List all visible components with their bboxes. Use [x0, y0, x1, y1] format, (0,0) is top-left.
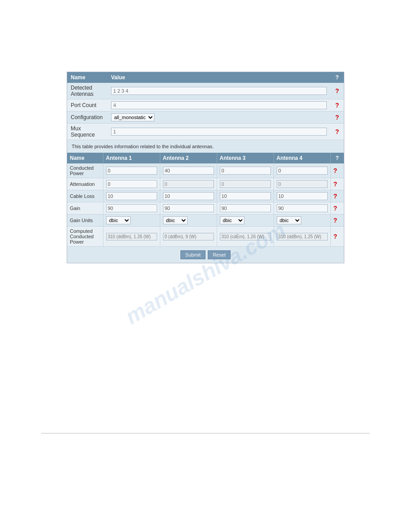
gain-units-wrap-4: dbicdbidbd: [277, 216, 328, 224]
cable-loss-input-2[interactable]: [163, 192, 214, 200]
cable-loss-help[interactable]: ?: [330, 190, 344, 202]
conducted-power-ant2: [160, 163, 217, 178]
gain-input-4[interactable]: [277, 204, 328, 212]
configuration-select[interactable]: all_monostatic all_bistatic: [111, 113, 154, 121]
help-icon[interactable]: ?: [334, 180, 338, 188]
conducted-power-ant4: [274, 163, 330, 178]
cable-loss-input-3[interactable]: [220, 192, 271, 200]
gain-input-1[interactable]: [106, 204, 157, 212]
computed-power-label: Computed Conducted Power: [67, 227, 103, 247]
gain-label: Gain: [67, 202, 103, 215]
gain-units-label: Gain Units: [67, 215, 103, 227]
gain-units-ant3: dbicdbidbd: [217, 215, 274, 227]
help-icon[interactable]: ?: [335, 102, 339, 109]
computed-power-ant2: 0 (ddBm), 9 (W): [160, 227, 217, 247]
table-row: Cable Loss ?: [67, 190, 344, 202]
cable-loss-label: Cable Loss: [67, 190, 103, 202]
info-text: This table provides information related …: [67, 140, 344, 153]
conducted-power-ant1: [103, 163, 160, 178]
computed-power-value-4: 310 (ddBm), 1.25 (W): [277, 233, 328, 240]
top-header-help: ?: [330, 72, 344, 83]
attenuation-ant3: [217, 178, 274, 190]
table-row: Gain Units dbicdbidbd dbicdbidbd: [67, 215, 344, 227]
ant-header-4: Antenna 4: [274, 153, 330, 163]
gain-ant2: [160, 202, 217, 215]
cable-loss-ant1: [103, 190, 160, 202]
detected-antennas-help[interactable]: ?: [330, 83, 344, 99]
gain-units-select-2[interactable]: dbicdbidbd: [163, 216, 188, 224]
help-icon[interactable]: ?: [334, 167, 338, 174]
top-header-value: Value: [107, 72, 330, 83]
top-header-name: Name: [67, 72, 107, 83]
gain-ant4: [274, 202, 330, 215]
computed-power-value-2: 0 (ddBm), 9 (W): [163, 233, 214, 240]
ant-header-3: Antenna 3: [217, 153, 274, 163]
table-row: Port Count ?: [67, 99, 344, 112]
reset-button[interactable]: Reset: [208, 250, 231, 259]
configuration-label: Configuration: [67, 112, 107, 124]
gain-units-ant4: dbicdbidbd: [274, 215, 330, 227]
submit-button[interactable]: Submit: [180, 250, 206, 259]
mux-sequence-value: [107, 124, 330, 140]
attenuation-help[interactable]: ?: [330, 178, 344, 190]
attenuation-input-2[interactable]: [163, 180, 214, 188]
help-icon[interactable]: ?: [335, 114, 339, 121]
configuration-value: all_monostatic all_bistatic: [107, 112, 330, 124]
computed-power-ant1: 310 (ddBm), 1.26 (W): [103, 227, 160, 247]
gain-units-select-1[interactable]: dbicdbidbd: [106, 216, 131, 224]
table-row: Detected Antennas ?: [67, 83, 344, 99]
gain-input-2[interactable]: [163, 204, 214, 212]
detected-antennas-input[interactable]: [111, 87, 327, 95]
cable-loss-ant3: [217, 190, 274, 202]
computed-power-ant3: 310 (cdEm), 1.26 (W): [217, 227, 274, 247]
gain-units-wrap-3: dbicdbidbd: [220, 216, 271, 224]
conducted-power-help[interactable]: ?: [330, 163, 344, 178]
table-row: Conducted Power ?: [67, 163, 344, 178]
help-icon[interactable]: ?: [334, 205, 338, 212]
attenuation-ant4: [274, 178, 330, 190]
attenuation-input-3[interactable]: [220, 180, 271, 188]
computed-power-help[interactable]: ?: [330, 227, 344, 247]
antenna-table: Name Antenna 1 Antenna 2 Antenna 3 Anten…: [67, 153, 344, 247]
mux-sequence-input[interactable]: [111, 128, 327, 136]
conducted-power-input-1[interactable]: [106, 167, 157, 175]
ant-header-2: Antenna 2: [160, 153, 217, 163]
gain-ant3: [217, 202, 274, 215]
conducted-power-ant3: [217, 163, 274, 178]
cable-loss-input-1[interactable]: [106, 192, 157, 200]
gain-units-help[interactable]: ?: [330, 215, 344, 227]
help-icon[interactable]: ?: [335, 128, 339, 135]
table-row: Mux Sequence ?: [67, 124, 344, 140]
gain-ant1: [103, 202, 160, 215]
conducted-power-input-4[interactable]: [277, 167, 328, 175]
mux-sequence-help[interactable]: ?: [330, 124, 344, 140]
help-icon[interactable]: ?: [334, 233, 338, 240]
gain-units-select-4[interactable]: dbicdbidbd: [277, 216, 301, 224]
gain-units-wrap-2: dbicdbidbd: [163, 216, 214, 224]
top-table: Name Value ? Detected Antennas ?: [67, 72, 344, 140]
attenuation-ant2: [160, 178, 217, 190]
port-count-help[interactable]: ?: [330, 99, 344, 112]
table-row: Gain ?: [67, 202, 344, 215]
submit-row: Submit Reset: [67, 247, 344, 263]
ant-header-help: ?: [330, 153, 344, 163]
page-wrapper: Name Value ? Detected Antennas ?: [0, 0, 411, 281]
port-count-value: [107, 99, 330, 112]
help-icon[interactable]: ?: [334, 193, 338, 200]
table-row: Computed Conducted Power 310 (ddBm), 1.2…: [67, 227, 344, 247]
configuration-help[interactable]: ?: [330, 112, 344, 124]
help-icon[interactable]: ?: [335, 87, 339, 94]
gain-input-3[interactable]: [220, 204, 271, 212]
port-count-label: Port Count: [67, 99, 107, 112]
gain-units-select-3[interactable]: dbicdbidbd: [220, 216, 244, 224]
gain-units-ant1: dbicdbidbd: [103, 215, 160, 227]
conducted-power-input-2[interactable]: [163, 167, 214, 175]
gain-help[interactable]: ?: [330, 202, 344, 215]
attenuation-input-1[interactable]: [106, 180, 157, 188]
port-count-input[interactable]: [111, 101, 327, 109]
attenuation-input-4[interactable]: [277, 180, 328, 188]
cable-loss-input-4[interactable]: [277, 192, 328, 200]
conducted-power-input-3[interactable]: [220, 167, 271, 175]
mux-sequence-label: Mux Sequence: [67, 124, 107, 140]
help-icon[interactable]: ?: [334, 217, 338, 224]
